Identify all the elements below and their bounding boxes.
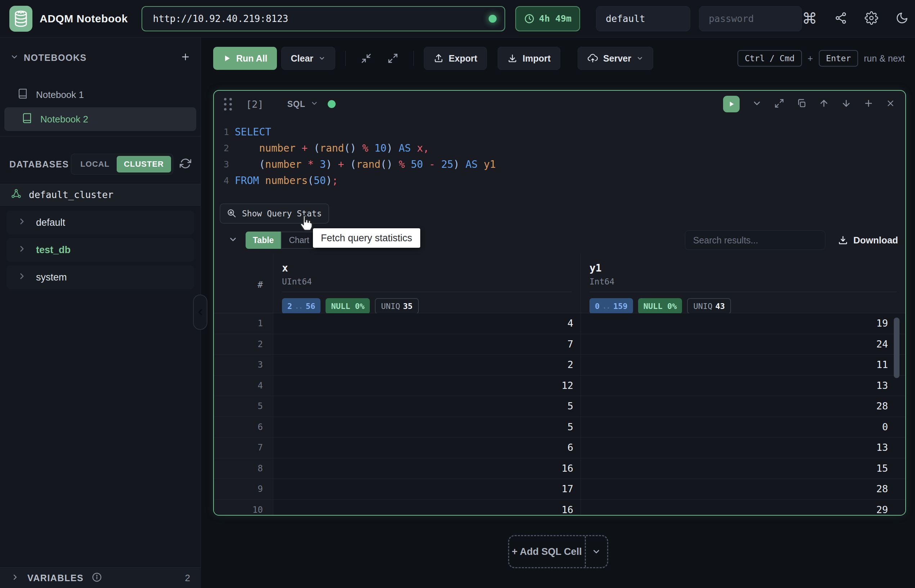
expand-all-cells-icon[interactable] bbox=[382, 53, 403, 64]
drag-handle-icon[interactable] bbox=[224, 98, 232, 111]
table-row[interactable]: 41213 bbox=[214, 376, 905, 396]
sql-code-editor[interactable]: 1SELECT2 number + (rand() % 10) AS x,3 (… bbox=[214, 120, 905, 204]
refresh-icon[interactable] bbox=[180, 158, 191, 171]
settings-gear-icon[interactable] bbox=[865, 11, 878, 26]
line-number: 1 bbox=[214, 124, 235, 140]
table-row[interactable]: 91728 bbox=[214, 479, 905, 500]
add-cell-icon[interactable] bbox=[863, 98, 874, 110]
duplicate-cell-icon[interactable] bbox=[797, 98, 807, 110]
column-type: Int64 bbox=[589, 277, 897, 286]
topbar-icons: ⌘ bbox=[802, 11, 913, 26]
search-results-input[interactable] bbox=[685, 231, 825, 250]
move-cell-down-icon[interactable] bbox=[841, 98, 851, 110]
chevron-down-icon[interactable] bbox=[10, 53, 19, 63]
info-icon bbox=[92, 572, 102, 584]
server-button[interactable]: Server bbox=[578, 47, 653, 70]
row-number-cell: 6 bbox=[214, 417, 273, 438]
table-row[interactable]: 7613 bbox=[214, 438, 905, 459]
code-line[interactable]: 4FROM numbers(50); bbox=[214, 173, 905, 189]
stats-magnifier-icon bbox=[227, 208, 237, 218]
table-row[interactable]: 1419 bbox=[214, 313, 905, 334]
move-cell-up-icon[interactable] bbox=[819, 98, 829, 110]
sidebar-item-db-test-db[interactable]: test_db bbox=[6, 238, 194, 262]
expand-cell-icon[interactable] bbox=[774, 98, 784, 110]
column-type: UInt64 bbox=[282, 277, 572, 286]
add-notebook-button[interactable] bbox=[181, 52, 190, 63]
toolbar-divider bbox=[413, 51, 414, 66]
chevron-down-icon[interactable] bbox=[585, 536, 607, 567]
value-cell: 16 bbox=[273, 459, 581, 479]
export-button[interactable]: Export bbox=[424, 47, 487, 70]
table-row[interactable]: 81615 bbox=[214, 459, 905, 479]
cell-header: [2] SQL bbox=[214, 91, 905, 117]
import-button[interactable]: Import bbox=[498, 47, 560, 70]
code-line[interactable]: 2 number + (rand() % 10) AS x, bbox=[214, 140, 905, 156]
value-cell: 0 bbox=[581, 417, 905, 438]
sidebar-collapse-handle[interactable] bbox=[193, 294, 207, 330]
variables-bar[interactable]: VARIABLES 2 bbox=[0, 567, 201, 588]
sidebar-item-notebook-2[interactable]: Notebook 2 bbox=[4, 107, 196, 131]
chevron-right-icon bbox=[17, 244, 27, 256]
uniq-badge: UNIQ35 bbox=[375, 298, 418, 314]
tab-chart[interactable]: Chart bbox=[281, 231, 317, 249]
download-button[interactable]: Download bbox=[838, 235, 898, 246]
chevron-down-icon[interactable] bbox=[310, 99, 318, 109]
run-cell-button[interactable] bbox=[723, 96, 740, 112]
table-row[interactable]: 3211 bbox=[214, 355, 905, 376]
book-icon bbox=[17, 88, 28, 102]
sidebar-item-notebook-1[interactable]: Notebook 1 bbox=[0, 83, 200, 107]
range-badge: 0..159 bbox=[589, 298, 633, 314]
collapse-all-cells-icon[interactable] bbox=[356, 53, 377, 64]
results-view-tabs: Table Chart bbox=[245, 231, 317, 249]
command-shortcuts-icon[interactable]: ⌘ bbox=[802, 11, 817, 26]
dark-mode-moon-icon[interactable] bbox=[896, 11, 909, 26]
value-cell: 2 bbox=[273, 355, 581, 375]
column-header-x[interactable]: x UInt64 2..56 NULL 0% UNIQ35 bbox=[273, 254, 581, 313]
clear-button[interactable]: Clear bbox=[281, 47, 336, 70]
uniq-badge: UNIQ43 bbox=[687, 298, 731, 314]
table-row[interactable]: 2724 bbox=[214, 334, 905, 355]
value-cell: 19 bbox=[581, 313, 905, 334]
value-cell: 5 bbox=[273, 417, 581, 438]
results-scrollbar-thumb[interactable] bbox=[894, 318, 899, 378]
toggle-cluster[interactable]: CLUSTER bbox=[117, 156, 171, 173]
results-table-header: # x UInt64 2..56 NULL 0% UNIQ35 bbox=[214, 254, 905, 313]
code-line[interactable]: 3 (number * 3) + (rand() % 50 - 25) AS y… bbox=[214, 156, 905, 173]
server-url-field-wrap bbox=[142, 6, 505, 31]
cell-actions bbox=[723, 96, 895, 112]
share-icon[interactable] bbox=[834, 11, 847, 26]
row-number-cell: 3 bbox=[214, 355, 273, 375]
connection-status-dot bbox=[489, 15, 497, 23]
server-url-input[interactable] bbox=[142, 6, 505, 31]
run-all-button[interactable]: Run All bbox=[213, 47, 277, 70]
chevron-down-icon bbox=[318, 55, 326, 62]
code-line[interactable]: 1SELECT bbox=[214, 124, 905, 140]
database-tree: default test_db system bbox=[0, 211, 200, 289]
value-cell: 28 bbox=[581, 396, 905, 417]
column-header-y1[interactable]: y1 Int64 0..159 NULL 0% UNIQ43 bbox=[581, 254, 905, 313]
table-row[interactable]: 101629 bbox=[214, 500, 905, 515]
username-input[interactable] bbox=[596, 6, 690, 31]
notebook-label: Notebook 1 bbox=[36, 89, 84, 100]
table-row[interactable]: 5528 bbox=[214, 396, 905, 417]
play-icon bbox=[223, 54, 231, 63]
cluster-row[interactable]: default_cluster bbox=[0, 184, 200, 205]
language-selector[interactable]: SQL bbox=[287, 99, 305, 109]
add-sql-cell-button[interactable]: + Add SQL Cell bbox=[508, 535, 608, 568]
sidebar-item-db-system[interactable]: system bbox=[6, 265, 194, 289]
tab-table[interactable]: Table bbox=[245, 231, 281, 249]
database-label: test_db bbox=[36, 244, 71, 256]
password-input[interactable] bbox=[699, 6, 802, 31]
value-cell: 28 bbox=[581, 479, 905, 499]
toggle-local[interactable]: LOCAL bbox=[73, 156, 117, 173]
table-row[interactable]: 650 bbox=[214, 417, 905, 438]
null-badge: NULL 0% bbox=[326, 298, 370, 314]
chevron-down-icon[interactable] bbox=[752, 98, 762, 110]
book-icon bbox=[22, 113, 32, 126]
collapse-results-icon[interactable] bbox=[228, 235, 238, 246]
close-cell-icon[interactable] bbox=[886, 99, 895, 110]
download-icon bbox=[838, 235, 848, 246]
row-number-cell: 2 bbox=[214, 334, 273, 355]
sidebar-item-db-default[interactable]: default bbox=[6, 211, 194, 234]
column-header-divider bbox=[282, 292, 572, 292]
